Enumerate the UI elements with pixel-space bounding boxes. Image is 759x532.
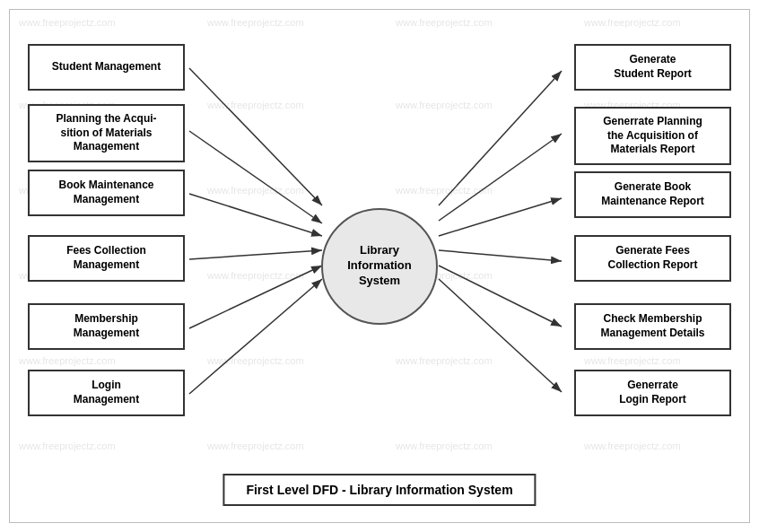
svg-line-3 (189, 194, 322, 236)
box-check-membership: Check MembershipManagement Details (574, 303, 731, 350)
box-book-mgmt-label: Book MaintenanceManagement (58, 179, 153, 206)
box-planning-mgmt-label: Planning the Acqui-sition of MaterialsMa… (56, 112, 156, 154)
box-gen-student: GenerateStudent Report (574, 44, 731, 91)
diagram-inner: www.freeprojectz.com www.freeprojectz.co… (10, 10, 749, 522)
svg-line-1 (189, 68, 322, 205)
center-circle: LibraryInformationSystem (321, 208, 438, 325)
svg-line-4 (189, 250, 322, 259)
box-gen-planning-label: Generrate Planningthe Acquisition ofMate… (603, 115, 702, 157)
box-gen-login-label: GenerrateLogin Report (619, 379, 686, 406)
box-login-mgmt-label: LoginManagement (74, 379, 139, 406)
svg-line-2 (189, 131, 322, 223)
box-login-mgmt: LoginManagement (28, 370, 185, 416)
box-gen-book: Generate BookMaintenance Report (574, 171, 731, 218)
box-fees-mgmt: Fees CollectionManagement (28, 235, 185, 282)
box-student-mgmt: Student Management (28, 44, 185, 91)
box-check-membership-label: Check MembershipManagement Details (600, 312, 704, 340)
box-gen-book-label: Generate BookMaintenance Report (601, 180, 704, 208)
box-gen-student-label: GenerateStudent Report (614, 53, 692, 81)
box-gen-login: GenerrateLogin Report (574, 370, 731, 416)
diagram-container: www.freeprojectz.com www.freeprojectz.co… (9, 9, 750, 523)
box-book-mgmt: Book MaintenanceManagement (28, 170, 185, 216)
box-membership-mgmt-label: MembershipManagement (74, 312, 139, 340)
svg-line-10 (439, 250, 562, 261)
box-student-mgmt-label: Student Management (52, 60, 161, 74)
box-gen-planning: Generrate Planningthe Acquisition ofMate… (574, 107, 731, 165)
box-gen-fees-label: Generate FeesCollection Report (607, 244, 697, 272)
box-fees-mgmt-label: Fees CollectionManagement (66, 244, 146, 272)
box-gen-fees: Generate FeesCollection Report (574, 235, 731, 282)
center-label: LibraryInformationSystem (347, 243, 412, 289)
box-planning-mgmt: Planning the Acqui-sition of MaterialsMa… (28, 104, 185, 162)
box-membership-mgmt: MembershipManagement (28, 303, 185, 350)
svg-line-7 (439, 71, 562, 205)
bottom-label-text: First Level DFD - Library Information Sy… (246, 483, 512, 497)
bottom-label: First Level DFD - Library Information Sy… (222, 474, 536, 506)
svg-line-8 (439, 134, 562, 221)
svg-line-9 (439, 198, 562, 236)
